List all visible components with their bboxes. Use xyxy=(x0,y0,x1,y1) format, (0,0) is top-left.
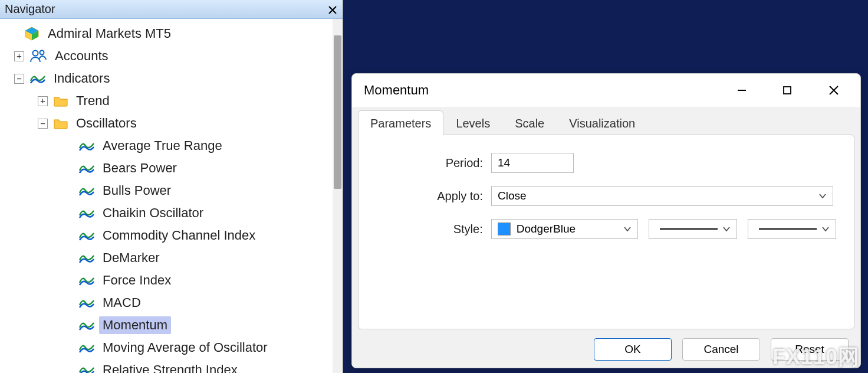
tree-item-oscillator[interactable]: Bears Power xyxy=(5,157,343,179)
scrollbar-thumb[interactable] xyxy=(334,35,341,189)
minimize-button[interactable] xyxy=(737,85,764,96)
indicator-icon xyxy=(79,274,94,286)
app-logo-icon xyxy=(24,26,40,41)
indicator-icon xyxy=(79,207,94,219)
momentum-dialog: Momentum Parameters Levels Scale Visuali… xyxy=(351,73,861,368)
chevron-down-icon xyxy=(818,193,827,199)
tab-levels[interactable]: Levels xyxy=(443,110,502,135)
navigator-scrollbar[interactable] xyxy=(333,19,343,373)
svg-point-4 xyxy=(40,51,44,55)
navigator-header: Navigator xyxy=(0,0,343,19)
expander-indicators[interactable]: − xyxy=(14,74,24,84)
accounts-icon xyxy=(30,49,47,63)
navigator-tree: Admiral Markets MT5 + Accounts − xyxy=(0,19,343,373)
folder-open-icon xyxy=(54,117,68,129)
tree-item-indicators[interactable]: − Indicators xyxy=(5,67,343,90)
tree-item-oscillator[interactable]: Relative Strength Index xyxy=(5,359,343,373)
style-line-pattern-select[interactable] xyxy=(649,219,737,239)
tab-parameters-content: Period: Apply to: Close Style: DodgerBlu… xyxy=(358,135,854,329)
indicator-icon xyxy=(79,297,94,309)
tab-label: Visualization xyxy=(569,117,635,130)
tree-item-trend[interactable]: + Trend xyxy=(5,90,343,112)
expander-accounts[interactable]: + xyxy=(14,51,24,61)
line-sample-icon xyxy=(759,228,817,230)
tree-item-label: Oscillators xyxy=(73,114,140,132)
indicator-icon xyxy=(30,73,45,84)
applyto-value: Close xyxy=(498,189,527,202)
period-label: Period: xyxy=(376,156,491,170)
tab-label: Parameters xyxy=(370,117,431,130)
tree-item-label: Momentum xyxy=(99,316,171,334)
svg-point-3 xyxy=(33,51,38,56)
dialog-title: Momentum xyxy=(364,83,429,98)
tab-parameters[interactable]: Parameters xyxy=(358,110,443,135)
tree-item-oscillator[interactable]: Momentum xyxy=(5,314,343,336)
tree-root-label: Admiral Markets MT5 xyxy=(44,25,175,42)
indicator-icon xyxy=(79,230,94,241)
tree-item-label: Commodity Channel Index xyxy=(99,227,259,244)
expander-trend[interactable]: + xyxy=(38,96,48,106)
row-applyto: Apply to: Close xyxy=(376,186,836,206)
style-label: Style: xyxy=(376,223,491,236)
tree-item-label: Trend xyxy=(73,92,113,110)
tree-item-label: Accounts xyxy=(51,47,112,65)
indicator-icon xyxy=(79,140,94,152)
tree-item-label: Bulls Power xyxy=(99,182,175,199)
style-color-name: DodgerBlue xyxy=(517,223,576,235)
dialog-buttons: OK Cancel Reset xyxy=(594,338,849,361)
applyto-label: Apply to: xyxy=(376,189,491,203)
ok-button[interactable]: OK xyxy=(594,338,672,361)
expander-placeholder xyxy=(8,29,18,39)
tab-visualization[interactable]: Visualization xyxy=(557,110,647,135)
maximize-button[interactable] xyxy=(782,86,810,95)
tree-item-label: Bears Power xyxy=(99,159,180,177)
period-input[interactable] xyxy=(491,153,574,173)
tree-item-oscillator[interactable]: Moving Average of Oscillator xyxy=(5,336,343,359)
tab-label: Levels xyxy=(456,117,490,130)
dialog-tabs: Parameters Levels Scale Visualization xyxy=(358,107,854,135)
indicator-icon xyxy=(79,364,94,373)
chevron-down-icon xyxy=(623,226,632,232)
close-button[interactable] xyxy=(828,85,856,96)
tree-root[interactable]: Admiral Markets MT5 xyxy=(5,22,343,45)
button-label: Cancel xyxy=(703,343,738,355)
svg-rect-6 xyxy=(784,87,791,94)
navigator-title: Navigator xyxy=(5,2,55,16)
tree-item-label: Indicators xyxy=(50,70,113,87)
tree-item-accounts[interactable]: + Accounts xyxy=(5,45,343,67)
indicator-icon xyxy=(79,342,94,354)
button-label: OK xyxy=(624,343,640,355)
tree-item-oscillator[interactable]: Average True Range xyxy=(5,135,343,157)
cancel-button[interactable]: Cancel xyxy=(682,338,760,361)
style-line-width-select[interactable] xyxy=(748,219,836,239)
indicator-icon xyxy=(79,252,94,264)
tree-item-oscillator[interactable]: Chaikin Oscillator xyxy=(5,202,343,224)
tree-item-label: Average True Range xyxy=(99,137,226,155)
tree-item-oscillator[interactable]: Bulls Power xyxy=(5,179,343,202)
tree-item-oscillators[interactable]: − Oscillators xyxy=(5,112,343,135)
color-swatch-icon xyxy=(498,223,511,235)
tree-item-label: Moving Average of Oscillator xyxy=(99,339,271,356)
navigator-panel: Navigator Admiral Markets MT5 + xyxy=(0,0,343,373)
dialog-titlebar[interactable]: Momentum xyxy=(352,74,860,107)
tree-item-oscillator[interactable]: Force Index xyxy=(5,269,343,292)
reset-button[interactable]: Reset xyxy=(771,338,849,361)
tab-scale[interactable]: Scale xyxy=(502,110,557,135)
chevron-down-icon xyxy=(722,226,731,232)
tree-item-label: DeMarker xyxy=(99,249,163,267)
tree-item-label: MACD xyxy=(99,294,144,312)
tree-item-oscillator[interactable]: MACD xyxy=(5,292,343,314)
tab-label: Scale xyxy=(515,117,544,130)
expander-oscillators[interactable]: − xyxy=(38,119,48,129)
tree-item-label: Force Index xyxy=(99,271,175,289)
navigator-close-button[interactable] xyxy=(328,2,337,18)
window-buttons xyxy=(737,74,856,107)
indicator-icon xyxy=(79,319,94,331)
applyto-select[interactable]: Close xyxy=(491,186,833,206)
tree-item-label: Relative Strength Index xyxy=(99,361,241,373)
folder-icon xyxy=(54,95,68,107)
tree-item-oscillator[interactable]: DeMarker xyxy=(5,247,343,269)
tree-item-oscillator[interactable]: Commodity Channel Index xyxy=(5,224,343,247)
line-sample-icon xyxy=(660,228,718,230)
style-color-select[interactable]: DodgerBlue xyxy=(491,219,639,239)
